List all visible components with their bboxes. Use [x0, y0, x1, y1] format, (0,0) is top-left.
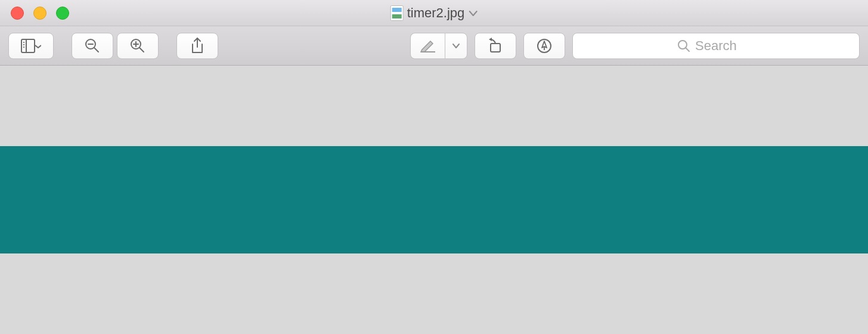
image-preview — [0, 146, 868, 253]
sidebar-button[interactable] — [8, 33, 54, 59]
markup-pen-icon — [536, 38, 553, 54]
rotate-icon — [486, 38, 504, 54]
markup-button[interactable] — [410, 33, 445, 59]
sidebar-icon — [21, 39, 41, 53]
highlighter-icon — [420, 39, 436, 53]
svg-rect-13 — [491, 44, 500, 52]
minimize-button[interactable] — [33, 7, 46, 20]
chevron-down-icon — [468, 9, 478, 17]
rotate-button[interactable] — [475, 33, 516, 59]
search-field[interactable] — [572, 33, 860, 59]
content-area — [0, 66, 868, 334]
titlebar: timer2.jpg — [0, 0, 868, 26]
svg-rect-0 — [21, 39, 35, 52]
zoom-out-button[interactable] — [72, 33, 113, 59]
zoom-in-icon — [129, 38, 146, 54]
annotate-button[interactable] — [523, 33, 565, 59]
close-button[interactable] — [11, 7, 24, 20]
share-icon — [190, 37, 205, 55]
window-title-group[interactable]: timer2.jpg — [390, 5, 478, 21]
toolbar — [0, 26, 868, 66]
maximize-button[interactable] — [56, 7, 69, 20]
share-button[interactable] — [176, 33, 218, 59]
document-icon — [390, 5, 404, 21]
svg-line-9 — [140, 48, 144, 52]
zoom-in-button[interactable] — [117, 33, 159, 59]
chevron-down-icon — [452, 42, 460, 50]
zoom-out-icon — [84, 38, 101, 54]
markup-dropdown[interactable] — [445, 33, 467, 59]
search-icon — [677, 39, 690, 52]
svg-line-17 — [686, 48, 689, 51]
markup-button-group — [410, 33, 467, 59]
window-title: timer2.jpg — [407, 5, 465, 21]
svg-line-6 — [94, 48, 98, 52]
search-input[interactable] — [695, 38, 755, 54]
traffic-lights — [0, 7, 69, 20]
